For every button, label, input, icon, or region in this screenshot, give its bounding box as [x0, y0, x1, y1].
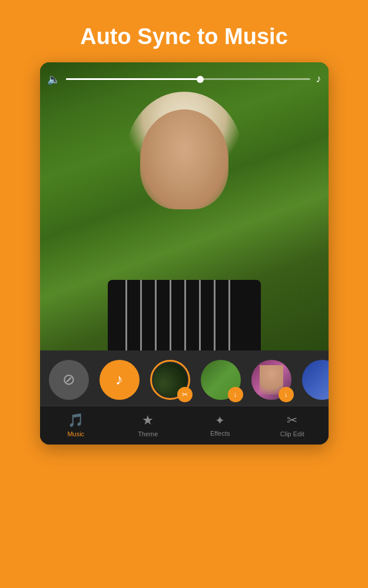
siesta-download-icon: ↓: [228, 387, 243, 402]
music-nav-icon: 🎵: [68, 413, 84, 428]
theme-nav-icon: ★: [142, 413, 154, 428]
effects-nav-icon: ✦: [215, 413, 225, 427]
music-option-partial[interactable]: Ju...: [299, 360, 329, 413]
top-section: Auto Sync to Music: [0, 0, 368, 62]
main-title: Auto Sync to Music: [80, 24, 288, 51]
bottom-nav: 🎵 Music ★ Theme ✦ Effects ✂ Clip Edit: [40, 406, 329, 445]
clip-edit-nav-icon: ✂: [287, 413, 297, 428]
music-option-jungle[interactable]: ✂ Jungle: [147, 360, 193, 413]
clip-edit-nav-label: Clip Edit: [280, 430, 304, 437]
jungle-scissors-icon: ✂: [177, 387, 193, 402]
video-area: 🔈 ♪: [40, 62, 329, 350]
volume-icon: 🔈: [47, 73, 60, 86]
phone-container: 🔈 ♪ ⊘ None ♪ local music: [40, 62, 329, 445]
music-option-local[interactable]: ♪ local music: [97, 360, 142, 413]
jungle-wrap: ✂: [150, 360, 190, 400]
music-options-scroll: ⊘ None ♪ local music: [40, 360, 329, 413]
progress-thumb: [197, 76, 204, 83]
nav-item-clip-edit[interactable]: ✂ Clip Edit: [256, 413, 329, 437]
effects-nav-label: Effects: [210, 430, 230, 437]
cruisin-download-icon: ↓: [279, 387, 294, 402]
music-option-siesta[interactable]: ↓ Siesta: [198, 360, 244, 413]
progress-track[interactable]: [66, 78, 310, 80]
music-note-icon: ♪: [316, 73, 321, 85]
nav-item-music[interactable]: 🎵 Music: [40, 413, 112, 437]
nav-item-theme[interactable]: ★ Theme: [112, 413, 184, 437]
playback-bar[interactable]: 🔈 ♪: [47, 73, 321, 86]
partial-image: [302, 360, 329, 400]
nav-item-effects[interactable]: ✦ Effects: [184, 413, 257, 437]
cruisin-wrap: ↓: [251, 360, 291, 400]
progress-fill: [66, 78, 200, 80]
theme-nav-label: Theme: [138, 430, 158, 437]
music-option-cruisin[interactable]: ↓ Cruisin: [248, 360, 294, 413]
music-option-none[interactable]: ⊘ None: [46, 360, 92, 413]
local-music-icon: ♪: [115, 370, 123, 389]
local-circle: ♪: [100, 360, 140, 400]
siesta-wrap: ↓: [201, 360, 241, 400]
none-circle: ⊘: [49, 360, 89, 400]
music-nav-label: Music: [67, 430, 84, 437]
none-icon: ⊘: [62, 370, 75, 389]
